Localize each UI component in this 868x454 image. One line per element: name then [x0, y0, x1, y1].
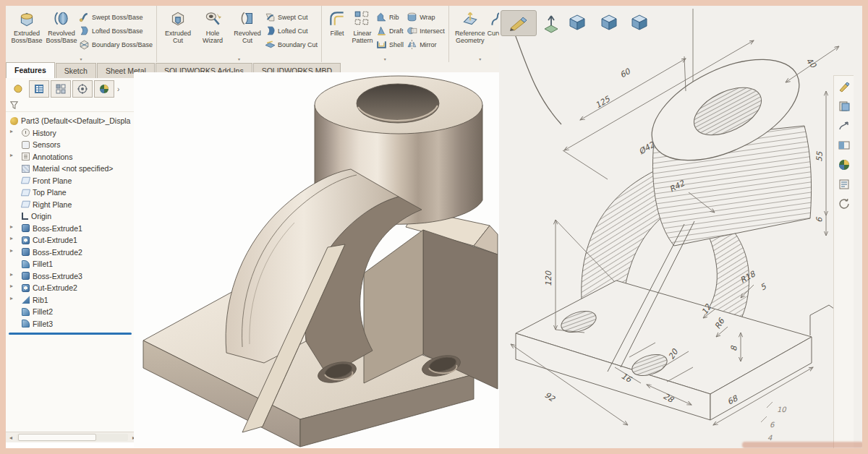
taskpane-pencil-icon[interactable]	[838, 80, 851, 93]
model-viewport[interactable]	[134, 72, 499, 448]
flyout-arrow-icon[interactable]: ▾	[80, 56, 82, 62]
tree-horizontal-scrollbar[interactable]: ◂ ▸	[6, 432, 139, 442]
plane-icon	[21, 189, 30, 196]
tree-item-fillet2[interactable]: Fillet2	[6, 306, 140, 318]
tree-item-rib1[interactable]: Rib1	[6, 294, 140, 307]
axis-reference-icon[interactable]	[542, 12, 560, 30]
flyout-arrow-icon[interactable]: ▾	[479, 56, 481, 62]
scroll-left-icon[interactable]: ◂	[6, 434, 16, 441]
tree-item-label: Rib1	[33, 296, 48, 304]
draft-button[interactable]: Draft	[376, 24, 404, 38]
shell-button[interactable]: Shell	[376, 38, 404, 51]
revolved-cut-button[interactable]: Revolved Cut	[230, 8, 265, 44]
tree-filter[interactable]	[6, 98, 140, 112]
tab-displaymanager-icon[interactable]	[94, 80, 114, 98]
tab-propertymanager-icon[interactable]	[51, 80, 71, 98]
tab-featuremanager-icon[interactable]	[29, 80, 49, 98]
curves-button[interactable]: Curves	[488, 8, 499, 37]
flyout-arrow-icon[interactable]: ▾	[238, 56, 240, 62]
scrollbar-thumb[interactable]	[18, 434, 96, 441]
tree-item-right-plane[interactable]: Right Plane	[6, 199, 140, 211]
fillet-feature-icon	[22, 320, 30, 327]
extruded-cut-label: Extruded Cut	[161, 30, 195, 44]
tree-item-front-plane[interactable]: Front Plane	[6, 175, 140, 187]
fillet-feature-icon	[22, 260, 30, 268]
tree-item-boss-extrude1[interactable]: Boss-Extrude1	[6, 223, 140, 235]
extruded-boss-base-button[interactable]: Extruded Boss/Base	[9, 8, 44, 44]
draft-label: Draft	[389, 27, 404, 35]
tab-features[interactable]: Features	[6, 62, 55, 78]
intersect-button[interactable]: Intersect	[407, 24, 445, 38]
tree-item-sensors[interactable]: Sensors	[6, 139, 140, 151]
extruded-cut-icon	[169, 9, 187, 28]
tab-configurationmanager-icon[interactable]	[72, 80, 93, 98]
swept-cut-button[interactable]: Swept Cut	[265, 10, 318, 24]
tree-root-part[interactable]: Part3 (Default<<Default>_Displa	[6, 115, 140, 127]
filter-funnel-icon	[9, 100, 19, 110]
tree-item-label: Sensors	[33, 140, 61, 149]
mirror-label: Mirror	[420, 41, 437, 48]
lofted-boss-base-button[interactable]: Lofted Boss/Base	[79, 24, 153, 38]
boundary-cut-icon	[265, 39, 276, 50]
taskpane-curve-arrow-icon[interactable]	[838, 119, 851, 132]
lofted-cut-button[interactable]: Lofted Cut	[265, 24, 318, 38]
annotations-icon	[22, 153, 30, 160]
tab-sketch[interactable]: Sketch	[56, 63, 96, 78]
taskpane-list-icon[interactable]	[838, 178, 851, 191]
cut-extrude-icon	[22, 236, 30, 244]
rollback-bar[interactable]	[9, 333, 132, 335]
wrap-button[interactable]: Wrap	[407, 10, 445, 24]
isometric-drawing: 60 125 40 Ø42 R42 120 12 R18 5 R6 8 55 6…	[499, 6, 862, 448]
taskpane-appearance-icon[interactable]	[838, 158, 851, 171]
view-cube-icon[interactable]	[631, 14, 648, 33]
boundary-boss-base-button[interactable]: Boundary Boss/Base	[79, 38, 153, 51]
tree-item-boss-extrude2[interactable]: Boss-Extrude2	[6, 247, 140, 259]
taskpane-book-icon[interactable]	[838, 100, 851, 113]
lofted-cut-label: Lofted Cut	[278, 27, 308, 35]
taskpane-card-icon[interactable]	[838, 139, 851, 152]
tree-item-fillet3[interactable]: Fillet3	[6, 318, 140, 330]
flyout-arrow-icon[interactable]: ▾	[384, 56, 386, 62]
tab-part-icon[interactable]	[9, 81, 27, 97]
rib-button[interactable]: Rib	[376, 10, 404, 24]
reference-geometry-label: Reference Geometry	[453, 30, 488, 44]
linear-pattern-button[interactable]: Linear Pattern	[349, 8, 376, 44]
reference-geometry-button[interactable]: Reference Geometry	[453, 8, 488, 44]
dim-label-92: 92	[542, 390, 557, 404]
tree-item-top-plane[interactable]: Top Plane	[6, 187, 140, 199]
swept-boss-base-button[interactable]: Swept Boss/Base	[79, 10, 153, 24]
selected-sketch-tool-button[interactable]	[501, 10, 537, 36]
tree-item-annotations[interactable]: Annotations	[6, 151, 140, 163]
view-cube-icon[interactable]	[600, 14, 618, 33]
hole-wizard-icon	[203, 9, 222, 28]
handwritten-note-6: 6	[770, 421, 775, 429]
watermark	[742, 442, 862, 448]
tree-item-label: Material <not specified>	[33, 164, 113, 173]
chevron-right-icon[interactable]: ›	[117, 85, 119, 93]
task-pane-strip	[833, 75, 854, 448]
extruded-cut-button[interactable]: Extruded Cut	[161, 8, 195, 44]
feature-manager-panel: › Part3 (Default<<Default>_Displa Histor…	[6, 78, 140, 442]
tree-item-cut-extrude2[interactable]: Cut-Extrude2	[6, 282, 140, 294]
tree-item-cut-extrude1[interactable]: Cut-Extrude1	[6, 234, 140, 247]
rib-label: Rib	[389, 14, 399, 21]
plane-icon	[21, 201, 30, 207]
dim-label-5: 5	[759, 281, 768, 292]
taskpane-refresh-icon[interactable]	[838, 197, 851, 210]
wrap-label: Wrap	[420, 14, 435, 21]
view-cube-icon[interactable]	[569, 14, 586, 33]
mirror-button[interactable]: Mirror	[407, 38, 445, 51]
boundary-cut-button[interactable]: Boundary Cut	[265, 38, 318, 51]
scrollbar-track[interactable]	[17, 434, 128, 441]
hole-wizard-button[interactable]: Hole Wizard	[195, 8, 230, 44]
tree-item-history[interactable]: History	[6, 127, 140, 140]
fillet-button[interactable]: Fillet	[326, 8, 349, 37]
tree-item-label: Annotations	[33, 153, 72, 161]
tree-item-origin[interactable]: Origin	[6, 210, 140, 223]
tree-item-material[interactable]: Material <not specified>	[6, 163, 140, 175]
revolved-boss-base-button[interactable]: Revolved Boss/Base	[44, 8, 79, 44]
tree-item-fillet1[interactable]: Fillet1	[6, 258, 140, 270]
part3-model	[134, 72, 499, 448]
tree-item-boss-extrude3[interactable]: Boss-Extrude3	[6, 270, 140, 283]
extruded-boss-label: Extruded Boss/Base	[9, 30, 44, 44]
